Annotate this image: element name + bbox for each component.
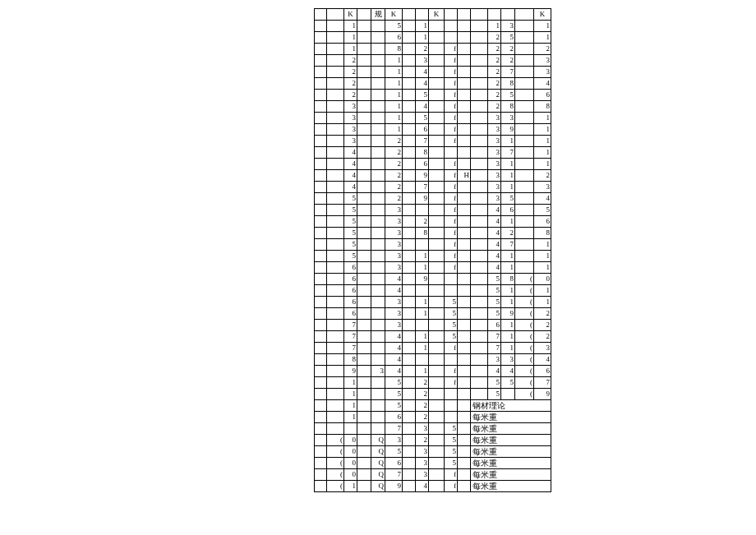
cell: 3 [488,182,501,193]
cell [357,435,371,446]
hdr-4: 规 [371,9,385,21]
cell: 8 [344,354,357,366]
cell: 3 [501,354,515,366]
cell [445,274,458,285]
cell: 4 [385,285,403,297]
cell [357,21,371,32]
cell [458,239,471,251]
cell [458,78,471,90]
cell [471,308,488,320]
cell [327,423,344,435]
cell [403,136,416,147]
cell [357,205,371,216]
cell: 3 [385,435,403,446]
cell: 5 [344,228,357,239]
hdr-1 [327,9,344,21]
cell [416,285,429,297]
cell [357,423,371,435]
cell [471,44,488,55]
cell [357,78,371,90]
cell [515,101,534,113]
cell: 1 [501,331,515,343]
cell [371,78,385,90]
table-row: 152f55(7 [315,377,551,389]
cell [403,458,416,469]
hdr-12 [488,9,501,21]
cell [315,469,327,481]
table-row: 64958(0 [315,274,551,285]
cell [471,21,488,32]
cell: 1 [534,262,551,274]
cell [371,331,385,343]
cell [357,320,371,331]
cell [327,193,344,205]
cell: Q [371,481,385,492]
cell [515,21,534,32]
cell [403,32,416,44]
cell [357,297,371,308]
cell [371,21,385,32]
cell: 每米重 [471,446,551,458]
cell: 5 [445,458,458,469]
cell: 4 [385,354,403,366]
table-row: 162每米重 [315,412,551,423]
cell: ( [515,308,534,320]
cell [357,90,371,101]
cell: 2 [416,377,429,389]
table-row: 631551(1 [315,297,551,308]
cell: 3 [488,113,501,124]
cell: f [445,228,458,239]
table-row: 631559(2 [315,308,551,320]
table-row: 426f311 [315,159,551,170]
cell: 1 [385,67,403,78]
cell: 9 [501,308,515,320]
cell [357,239,371,251]
cell [315,446,327,458]
cell [515,205,534,216]
cell [315,331,327,343]
cell [315,78,327,90]
cell [371,182,385,193]
cell [371,228,385,239]
cell: 1 [534,124,551,136]
table-row: 214f284 [315,78,551,90]
cell [515,78,534,90]
cell [471,147,488,159]
cell [458,44,471,55]
cell: 4 [344,182,357,193]
cell: 每米重 [471,469,551,481]
cell: 3 [501,21,515,32]
cell [416,205,429,216]
cell: 4 [488,262,501,274]
cell [403,124,416,136]
cell: Q [371,446,385,458]
cell: 1 [385,101,403,113]
cell: f [445,377,458,389]
cell: 1 [534,251,551,262]
table-row: (0Q535每米重 [315,446,551,458]
cell: 1 [344,32,357,44]
cell [429,124,445,136]
cell [501,389,515,400]
cell: f [445,366,458,377]
cell: 5 [488,274,501,285]
cell [315,90,327,101]
cell [471,170,488,182]
cell: 6 [344,308,357,320]
cell: 3 [534,67,551,78]
cell [429,262,445,274]
cell [315,377,327,389]
table-row: 529f354 [315,193,551,205]
cell: 5 [445,423,458,435]
cell: 5 [344,251,357,262]
cell [327,228,344,239]
table-row: (1Q94f每米重 [315,481,551,492]
cell [315,262,327,274]
cell [458,274,471,285]
cell [327,182,344,193]
cell [403,469,416,481]
hdr-11 [471,9,488,21]
cell [445,21,458,32]
cell [371,308,385,320]
cell [315,101,327,113]
